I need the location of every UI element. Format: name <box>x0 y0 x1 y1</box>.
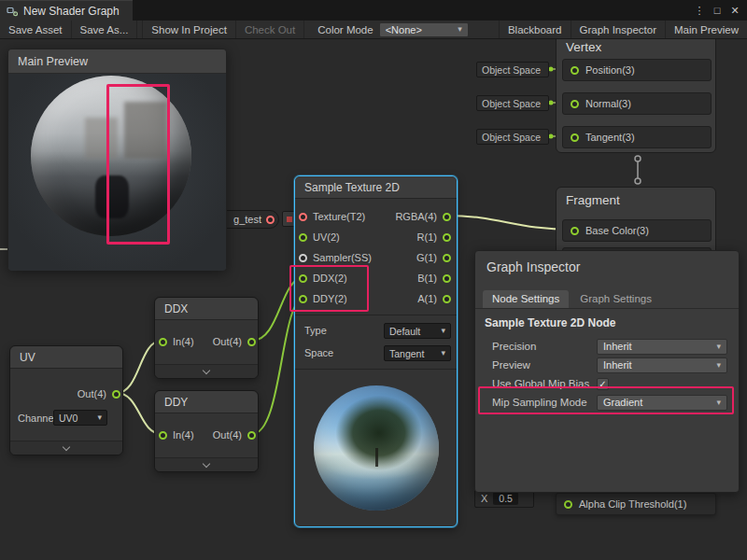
ddx-node[interactable]: DDX In(4) Out(4) <box>154 297 259 379</box>
sample-input-row: Sampler(SS) <box>299 247 372 268</box>
a-output-label: A(1) <box>417 293 437 304</box>
close-icon[interactable]: ✕ <box>727 2 742 19</box>
reflection-dark-patch <box>95 175 129 218</box>
main-preview-header[interactable]: Main Preview <box>8 49 226 74</box>
reflection-building-shape <box>85 118 117 160</box>
ddy-in-port[interactable] <box>159 431 167 440</box>
uv-channel-label: Channe <box>18 408 54 428</box>
mip-bias-checkbox[interactable]: ✓ <box>597 378 609 390</box>
graph-inspector-panel[interactable]: Graph Inspector Node Settings Graph Sett… <box>474 250 740 493</box>
vertex-block[interactable]: Vertex Position(3) Normal(3) Tangent(3) <box>556 39 716 153</box>
b-output-port[interactable] <box>443 274 451 283</box>
space-dot-icon <box>549 101 554 105</box>
type-dropdown[interactable]: Default ▾ <box>384 323 451 339</box>
vertex-tangent-row[interactable]: Tangent(3) <box>562 126 712 148</box>
sample-output-row: B(1) <box>417 268 451 288</box>
wire-rgba-to-basecolor[interactable] <box>447 216 573 230</box>
space-label: Space <box>304 343 333 363</box>
blackboard-toggle-button[interactable]: Blackboard <box>499 21 571 38</box>
sample-texture-2d-node[interactable]: Sample Texture 2D Texture(T2) UV(2) Samp… <box>294 175 458 527</box>
r-output-port[interactable] <box>443 233 451 242</box>
ddy-input-port[interactable] <box>299 295 307 303</box>
property-output-port[interactable] <box>266 216 275 224</box>
document-tab[interactable]: New Shader Graph <box>0 0 133 21</box>
ddy-node-title: DDY <box>155 391 258 413</box>
main-preview-panel[interactable]: Main Preview <box>7 49 227 271</box>
connector-end-icon <box>635 178 641 184</box>
sample-input-row: UV(2) <box>299 227 340 247</box>
mip-mode-dropdown[interactable]: Gradient ▾ <box>597 395 727 411</box>
ddx-input-port[interactable] <box>299 274 307 283</box>
uv-collapse-strip[interactable] <box>10 441 122 455</box>
g-output-port[interactable] <box>443 254 451 262</box>
sample-input-row: DDX(2) <box>299 268 347 288</box>
main-preview-body <box>8 74 226 271</box>
ddx-collapse-strip[interactable] <box>155 364 258 378</box>
ddx-in-port[interactable] <box>159 338 167 346</box>
vertex-position-row[interactable]: Position(3) <box>562 59 712 81</box>
ddy-out-row: Out(4) <box>213 425 256 445</box>
save-asset-button[interactable]: Save Asset <box>0 21 72 38</box>
mip-mode-value: Gradient <box>603 397 642 408</box>
main-preview-toggle-button[interactable]: Main Preview <box>665 21 747 38</box>
mip-mode-label: Mip Sampling Mode <box>492 397 587 408</box>
fragment-basecolor-row[interactable]: Base Color(3) <box>562 219 712 242</box>
alpha-clip-label: Alpha Clip Threshold(1) <box>579 498 686 510</box>
precision-row: Precision Inherit ▾ <box>475 337 739 356</box>
normal-label: Normal(3) <box>585 98 631 109</box>
vertex-normal-row[interactable]: Normal(3) <box>562 92 712 115</box>
tangent-space-dropdown[interactable]: Object Space <box>476 129 549 145</box>
alpha-clip-input-port[interactable] <box>564 500 572 509</box>
normal-input-port[interactable] <box>571 100 579 108</box>
tangent-input-port[interactable] <box>571 133 579 142</box>
preview-row: Preview Inherit ▾ <box>475 356 739 374</box>
color-mode-dropdown[interactable]: <None> ▾ <box>379 22 469 37</box>
precision-dropdown[interactable]: Inherit ▾ <box>597 339 727 355</box>
graph-inspector-toggle-button[interactable]: Graph Inspector <box>571 21 665 38</box>
position-input-port[interactable] <box>571 66 579 75</box>
texture-input-label: Texture(T2) <box>313 211 365 222</box>
ddx-in-row: In(4) <box>159 331 194 352</box>
graph-canvas[interactable]: g_test UV Out(4) Channe UV0 ▾ DDX <box>0 39 747 560</box>
preview-dropdown[interactable]: Inherit ▾ <box>597 357 727 373</box>
show-in-project-button[interactable]: Show In Project <box>143 21 236 38</box>
chevron-down-icon: ▾ <box>458 25 462 34</box>
save-as-button[interactable]: Save As... <box>72 21 138 38</box>
chevron-down-icon: ▾ <box>441 349 445 357</box>
ddy-out-port[interactable] <box>247 431 256 440</box>
window-controls: ⋮ □ ✕ <box>692 2 747 19</box>
space-value: Tangent <box>389 348 424 359</box>
rgba-output-port[interactable] <box>443 213 451 221</box>
uv-node[interactable]: UV Out(4) Channe UV0 ▾ <box>9 345 123 455</box>
color-mode-value: <None> <box>386 24 422 35</box>
shader-graph-icon <box>7 6 18 17</box>
sampler-input-port[interactable] <box>299 254 307 262</box>
float-value-field[interactable]: 0.5 <box>493 492 518 505</box>
position-space-dropdown[interactable]: Object Space <box>476 62 549 77</box>
a-output-port[interactable] <box>443 295 451 303</box>
sampler-input-label: Sampler(SS) <box>313 252 372 263</box>
type-label: Type <box>304 320 327 341</box>
inspector-tabs: Node Settings Graph Settings <box>475 287 739 309</box>
sample-node-title: Sample Texture 2D <box>295 176 457 199</box>
texture-input-port[interactable] <box>299 213 307 221</box>
ddx-out-port[interactable] <box>247 338 256 346</box>
ddy-in-row: In(4) <box>159 425 194 445</box>
alpha-clip-threshold-row[interactable]: Alpha Clip Threshold(1) <box>556 493 716 515</box>
uv-out-label: Out(4) <box>78 388 106 399</box>
ddy-node[interactable]: DDY In(4) Out(4) <box>154 390 259 472</box>
uv-out-port[interactable] <box>112 390 120 399</box>
kebab-menu-icon[interactable]: ⋮ <box>692 2 707 19</box>
uv-channel-dropdown[interactable]: UV0 ▾ <box>53 410 107 426</box>
node-divider <box>295 369 457 370</box>
tab-graph-settings[interactable]: Graph Settings <box>571 290 661 308</box>
normal-space-dropdown[interactable]: Object Space <box>476 95 549 111</box>
space-dropdown[interactable]: Tangent ▾ <box>384 345 451 361</box>
mip-bias-row: Use Global Mip Bias ✓ <box>475 374 739 393</box>
maximize-icon[interactable]: □ <box>710 2 725 19</box>
uv-input-port[interactable] <box>299 233 307 242</box>
ddy-collapse-strip[interactable] <box>155 457 258 471</box>
basecolor-input-port[interactable] <box>571 227 579 235</box>
tab-node-settings[interactable]: Node Settings <box>483 290 569 308</box>
window-title: New Shader Graph <box>23 5 120 18</box>
